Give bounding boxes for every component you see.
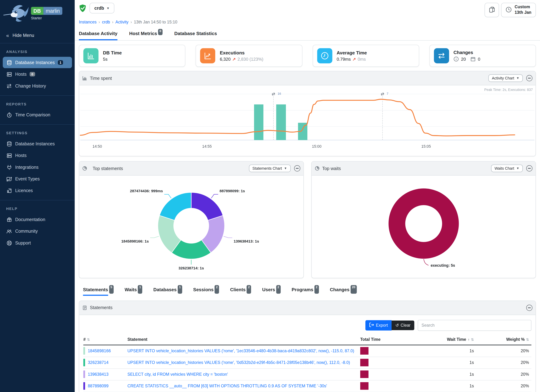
instance-selector[interactable]: crdb ▼ xyxy=(90,3,115,13)
svg-text:287474436: 999ms: 287474436: 999ms xyxy=(130,189,163,193)
calendar-icon xyxy=(470,56,475,62)
waits-chart-dropdown[interactable]: Waits Chart ▼ xyxy=(491,165,523,172)
tab-label: Statements xyxy=(83,287,108,296)
time-spent-chart[interactable]: Peak Time: 2s, Executions: 837⇄16⇄714:50… xyxy=(79,85,535,156)
tab-sessions[interactable]: Sessions2 xyxy=(193,287,219,296)
marlin-logo-icon xyxy=(3,3,30,26)
collapse-panel-button[interactable] xyxy=(526,305,532,311)
metric-card-db-time[interactable]: DB Time 5s xyxy=(79,45,185,67)
tab-database-activity[interactable]: Database Activity xyxy=(79,31,117,40)
tab-databases[interactable]: Databases1 xyxy=(153,287,182,296)
sidebar-item-hosts[interactable]: Hosts0 xyxy=(3,69,72,80)
sort-icon: ⇅ xyxy=(526,338,529,342)
breadcrumb-item[interactable]: crdb xyxy=(102,20,110,25)
sidebar-item-database-instances[interactable]: Database Instances xyxy=(3,138,72,149)
breadcrumb-separator: › xyxy=(130,20,132,24)
sidebar-item-support[interactable]: Support xyxy=(3,237,72,248)
metric-card-average-time[interactable]: Average Time 0.79ms ↗ 0ms xyxy=(313,45,419,67)
column-header-[interactable]: #⇅ xyxy=(83,337,127,342)
statement-text-link[interactable]: CREATE STATISTICS __auto__ FROM [63] WIT… xyxy=(127,384,355,389)
table-header: #⇅StatementTotal TimeWait Time↑⇅Weight %… xyxy=(83,334,531,345)
weight-value: 20% xyxy=(474,384,529,389)
clock-icon xyxy=(506,6,512,14)
column-header-weight[interactable]: Weight %⇅ xyxy=(474,337,529,342)
statement-text-link[interactable]: UPSERT INTO vehicle_location_histories V… xyxy=(127,348,355,353)
sidebar-item-hosts[interactable]: Hosts xyxy=(3,150,72,161)
tab-badge: 5 xyxy=(109,285,114,294)
tab-database-statistics[interactable]: Database Statistics xyxy=(174,31,217,40)
wait-time-value: 1s xyxy=(412,348,474,353)
statements-table: #⇅StatementTotal TimeWait Time↑⇅Weight %… xyxy=(79,334,535,392)
brand: DB marlin Starter xyxy=(0,0,75,28)
svg-text:15:05: 15:05 xyxy=(421,144,431,149)
collapse-panel-button[interactable] xyxy=(294,165,300,171)
table-row: 887898099CREATE STATISTICS __auto__ FROM… xyxy=(83,380,531,392)
copy-link-button[interactable] xyxy=(485,3,499,17)
tab-statements[interactable]: Statements5 xyxy=(83,287,114,296)
tab-waits[interactable]: Waits1 xyxy=(125,287,142,296)
tab-clients[interactable]: Clients2 xyxy=(230,287,251,296)
tab-badge: 20 xyxy=(350,285,357,294)
sidebar-item-time-comparison[interactable]: Time Comparison xyxy=(3,109,72,120)
sidebar-item-label: Event Types xyxy=(15,176,40,182)
tab-changes[interactable]: Changes20 xyxy=(330,287,357,296)
sidebar-section-title: ANALYSIS xyxy=(0,45,75,57)
breadcrumb-item[interactable]: Instances xyxy=(79,20,96,25)
top-statements-donut[interactable]: 887898099: 1s139638413: 1s326238714: 1s1… xyxy=(79,176,303,277)
total-time-bar xyxy=(360,347,369,355)
sidebar-item-label: Database Instances xyxy=(15,141,55,146)
tab-host-metrics[interactable]: Host Metrics0 xyxy=(129,31,163,40)
statement-id-link[interactable]: 887898099 xyxy=(88,384,109,389)
card-title: DB Time xyxy=(103,50,122,55)
column-header-statement[interactable]: Statement xyxy=(127,337,360,342)
export-button[interactable]: Export xyxy=(365,320,392,331)
time-range-mode: Custom xyxy=(515,5,531,10)
metric-card-executions[interactable]: Executions 6,320 ↗ 2,830 (123%) xyxy=(196,45,302,67)
sidebar-section-title: HELP xyxy=(0,203,75,213)
statement-id-link[interactable]: 1845898166 xyxy=(88,348,111,353)
sidebar-item-database-instances[interactable]: Database Instances1 xyxy=(3,57,72,68)
metric-card-changes[interactable]: Changes 20 0 xyxy=(429,45,536,67)
top-waits-donut[interactable]: executing: 5s xyxy=(311,176,535,278)
collapse-panel-button[interactable] xyxy=(526,165,532,171)
time-range-button[interactable]: Custom 13th Jan xyxy=(501,3,536,17)
undo-icon: ↺ xyxy=(395,323,399,328)
tab-badge: 1 xyxy=(178,285,182,294)
line-chart-icon xyxy=(200,48,215,63)
clear-button[interactable]: ↺ Clear xyxy=(392,321,414,330)
tab-users[interactable]: Users2 xyxy=(262,287,280,296)
bar-chart-icon xyxy=(83,48,99,63)
sidebar-item-licences[interactable]: Licences xyxy=(3,185,72,196)
search-input[interactable] xyxy=(418,320,531,331)
statement-text-link[interactable]: UPSERT INTO vehicle_location_histories V… xyxy=(127,360,355,365)
hide-menu-label: Hide Menu xyxy=(13,33,34,38)
sidebar-item-integrations[interactable]: Integrations xyxy=(3,161,72,173)
breadcrumb-item[interactable]: Activity xyxy=(115,20,128,25)
sidebar-item-event-types[interactable]: Event Types xyxy=(3,173,72,184)
page-tabs: Database ActivityHost Metrics0Database S… xyxy=(75,28,540,41)
statement-id-link[interactable]: 326238714 xyxy=(88,360,109,365)
statement-text-link[interactable]: SELECT city, id FROM vehicles WHERE city… xyxy=(127,372,355,377)
statement-id-link[interactable]: 139638413 xyxy=(88,372,109,377)
card-value: 0.79ms xyxy=(337,57,351,61)
svg-text:Peak Time: 2s, Executions: 837: Peak Time: 2s, Executions: 837 xyxy=(484,88,533,92)
column-header-totaltime[interactable]: Total Time xyxy=(360,337,412,342)
activity-chart-dropdown[interactable]: Activity Chart ▼ xyxy=(488,74,523,82)
panel-title: Top waits xyxy=(315,166,341,171)
sort-asc-icon: ↑ xyxy=(468,338,470,342)
sidebar-item-documentation[interactable]: Documentation xyxy=(3,214,72,225)
metric-cards: DB Time 5s Executions 6,320 ↗ 2,830 (123… xyxy=(75,41,540,68)
sidebar-item-label: Time Comparison xyxy=(15,112,50,117)
hide-menu-button[interactable]: « Hide Menu xyxy=(0,28,75,43)
sidebar-item-community[interactable]: Community xyxy=(3,226,72,237)
clock-icon xyxy=(317,48,332,63)
detail-tabs: Statements5Waits1Databases1Sessions2Clie… xyxy=(79,283,536,296)
column-header-waittime[interactable]: Wait Time↑⇅ xyxy=(412,337,474,342)
weight-value: 20% xyxy=(474,360,529,365)
svg-text:326238714: 1s: 326238714: 1s xyxy=(179,266,204,270)
statements-chart-dropdown[interactable]: Statements Chart ▼ xyxy=(249,165,290,172)
sidebar-item-change-history[interactable]: Change History xyxy=(3,80,72,91)
tab-programs[interactable]: Programs2 xyxy=(292,287,319,296)
wait-time-value: 1s xyxy=(412,384,474,389)
collapse-panel-button[interactable] xyxy=(526,75,532,81)
